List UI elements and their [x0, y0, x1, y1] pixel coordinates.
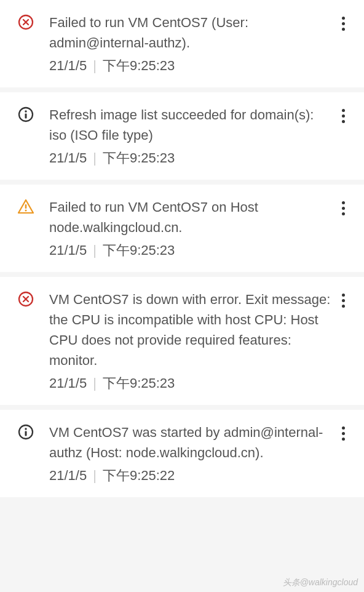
- kebab-menu-icon[interactable]: [334, 15, 352, 32]
- timestamp-time: 下午9:25:23: [103, 241, 175, 260]
- timestamp-date: 21/1/5: [49, 242, 87, 258]
- timestamp-time: 下午9:25:22: [103, 466, 175, 485]
- info-icon: [17, 106, 34, 123]
- notification-item[interactable]: Failed to run VM CentOS7 (User: admin@in…: [0, 0, 364, 87]
- timestamp-divider: |: [93, 375, 97, 391]
- kebab-menu-icon[interactable]: [334, 107, 352, 124]
- notification-content: Refresh image list succeeded for domain(…: [49, 105, 332, 167]
- notification-content: VM CentOS7 is down with error. Exit mess…: [49, 289, 332, 393]
- notification-item[interactable]: Refresh image list succeeded for domain(…: [0, 92, 364, 180]
- timestamp-date: 21/1/5: [49, 58, 87, 74]
- timestamp-divider: |: [93, 468, 97, 484]
- notification-message: Failed to run VM CentOS7 (User: admin@in…: [49, 12, 332, 53]
- notification-timestamp: 21/1/5 | 下午9:25:22: [49, 466, 332, 485]
- svg-point-8: [25, 428, 26, 430]
- svg-rect-3: [25, 114, 27, 119]
- timestamp-date: 21/1/5: [49, 150, 87, 166]
- notification-content: Failed to run VM CentOS7 (User: admin@in…: [49, 12, 332, 75]
- timestamp-divider: |: [93, 242, 97, 258]
- timestamp-time: 下午9:25:23: [103, 149, 175, 167]
- notification-content: Failed to run VM CentOS7 on Host node.wa…: [49, 197, 332, 260]
- timestamp-time: 下午9:25:23: [103, 57, 175, 75]
- notification-item[interactable]: Failed to run VM CentOS7 on Host node.wa…: [0, 185, 364, 272]
- notification-message: Refresh image list succeeded for domain(…: [49, 105, 332, 145]
- notification-timestamp: 21/1/5 | 下午9:25:23: [49, 241, 332, 260]
- watermark: 头条@walkingcloud: [283, 577, 358, 588]
- notification-content: VM CentOS7 was started by admin@internal…: [49, 422, 332, 485]
- notification-item[interactable]: VM CentOS7 was started by admin@internal…: [0, 410, 364, 497]
- notification-timestamp: 21/1/5 | 下午9:25:23: [49, 149, 332, 167]
- warning-icon: [17, 198, 34, 215]
- timestamp-time: 下午9:25:23: [103, 374, 175, 393]
- timestamp-date: 21/1/5: [49, 468, 87, 484]
- svg-point-5: [25, 210, 27, 212]
- info-icon: [17, 423, 34, 441]
- notification-message: VM CentOS7 was started by admin@internal…: [49, 422, 332, 463]
- timestamp-divider: |: [93, 150, 97, 166]
- svg-rect-4: [25, 204, 27, 209]
- timestamp-divider: |: [93, 58, 97, 74]
- notification-item[interactable]: VM CentOS7 is down with error. Exit mess…: [0, 277, 364, 405]
- notification-timestamp: 21/1/5 | 下午9:25:23: [49, 57, 332, 75]
- kebab-menu-icon[interactable]: [334, 425, 352, 442]
- timestamp-date: 21/1/5: [49, 375, 87, 391]
- error-icon: [17, 14, 34, 31]
- svg-point-2: [25, 110, 26, 112]
- notification-message: VM CentOS7 is down with error. Exit mess…: [49, 289, 332, 370]
- notification-list: Failed to run VM CentOS7 (User: admin@in…: [0, 0, 364, 497]
- error-icon: [17, 290, 34, 308]
- kebab-menu-icon[interactable]: [334, 292, 352, 309]
- svg-rect-9: [25, 431, 27, 436]
- notification-timestamp: 21/1/5 | 下午9:25:23: [49, 374, 332, 393]
- kebab-menu-icon[interactable]: [334, 199, 352, 217]
- notification-message: Failed to run VM CentOS7 on Host node.wa…: [49, 197, 332, 238]
